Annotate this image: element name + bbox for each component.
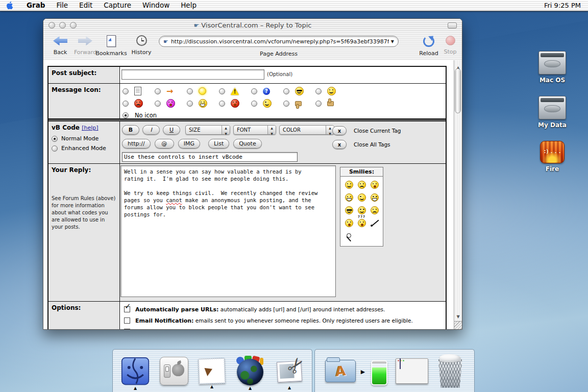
smiley-squint[interactable] xyxy=(358,206,366,214)
message-icon-radio[interactable] xyxy=(283,101,289,107)
message-icon-radio[interactable] xyxy=(187,88,193,94)
browser-window: ☛VisorCentral.com – Reply to Topic Back … xyxy=(43,18,462,330)
parse-urls-checkbox[interactable] xyxy=(124,306,130,312)
smiley-eek[interactable] xyxy=(345,219,353,227)
minimize-button[interactable] xyxy=(59,22,66,29)
stick-figure-icon[interactable] xyxy=(346,233,352,242)
back-button[interactable]: Back xyxy=(48,36,72,56)
quote-button[interactable]: Quote xyxy=(233,139,261,149)
lightbulb-icon xyxy=(199,87,206,95)
dock-trash[interactable] xyxy=(436,355,464,387)
http-button[interactable]: http:// xyxy=(122,139,151,149)
smiley-confused[interactable]: ??? xyxy=(358,219,366,229)
italic-button[interactable]: I xyxy=(142,125,160,135)
dock-grab[interactable] xyxy=(275,357,304,385)
smiley-wink[interactable] xyxy=(358,193,366,202)
smiley-cool[interactable] xyxy=(345,206,353,214)
menu-item-grab[interactable]: Grab xyxy=(21,0,51,11)
message-icon-radio[interactable] xyxy=(251,88,257,94)
menu-item-file[interactable]: File xyxy=(51,0,74,11)
window-resize-grip[interactable] xyxy=(454,321,462,329)
close-button[interactable] xyxy=(48,22,55,29)
post-subject-input[interactable] xyxy=(121,69,264,80)
scrollbar-thumb[interactable] xyxy=(455,68,461,113)
bookmarks-button[interactable]: Bookmarks xyxy=(94,35,128,57)
post-subject-row: Post subject: (Optional) xyxy=(48,67,446,84)
enhanced-mode-radio[interactable] xyxy=(52,145,58,152)
email-notification-checkbox[interactable] xyxy=(124,317,130,324)
smiley-biggrin[interactable] xyxy=(345,193,353,202)
smiley-cry[interactable] xyxy=(358,181,366,189)
message-icon-radio[interactable] xyxy=(155,101,161,107)
reply-textarea[interactable]: Well in a sense you can say how valuable… xyxy=(120,165,336,297)
dock-browser[interactable] xyxy=(235,357,265,385)
list-button[interactable]: List xyxy=(208,139,229,149)
apple-menu-icon[interactable] xyxy=(6,1,14,10)
desktop-icon-fire[interactable]: Fire xyxy=(528,141,577,173)
menu-item-help[interactable]: Help xyxy=(175,0,202,11)
message-icon-radio[interactable] xyxy=(187,101,193,107)
dock-mail[interactable] xyxy=(199,358,225,384)
smiley-yawn[interactable] xyxy=(371,181,379,189)
running-indicator-icon xyxy=(134,382,137,391)
menu-item-edit[interactable]: Edit xyxy=(74,0,98,11)
smiley-frown[interactable] xyxy=(371,206,379,214)
stop-button[interactable]: Stop xyxy=(442,36,459,55)
desktop-icon-my-data[interactable]: My Data xyxy=(528,96,577,129)
system-preferences-icon xyxy=(160,357,188,385)
size-select[interactable]: SIZE xyxy=(185,125,230,135)
vb-code-label: vB Code xyxy=(52,124,80,131)
underline-button[interactable]: U xyxy=(163,125,180,135)
dock-battery-jar[interactable] xyxy=(370,358,387,384)
chevron-down-icon[interactable]: ▼ xyxy=(391,39,394,44)
vertical-scrollbar[interactable] xyxy=(454,60,462,321)
address-bar[interactable]: ☛ http://discussion.visorcentral.com/vcf… xyxy=(159,36,399,47)
message-icon-radio[interactable] xyxy=(155,88,161,94)
history-button[interactable]: History xyxy=(128,35,155,56)
menu-item-capture[interactable]: Capture xyxy=(98,0,137,11)
message-icon-radio[interactable] xyxy=(283,88,289,94)
menu-clock[interactable]: Fri 9:25 PM xyxy=(544,2,588,9)
smiley-laugh[interactable] xyxy=(371,193,379,202)
slash-line-icon[interactable] xyxy=(371,219,378,227)
dock-minimized-window[interactable] xyxy=(396,358,428,384)
help-link[interactable]: [help] xyxy=(82,125,98,131)
color-select-label: COLOR xyxy=(283,127,326,133)
confused-face-icon xyxy=(358,219,366,227)
scroll-down-arrow-icon[interactable] xyxy=(454,310,462,320)
zoom-button[interactable] xyxy=(70,22,77,29)
message-icon-radio[interactable] xyxy=(219,101,225,107)
stop-icon xyxy=(446,36,455,45)
windowshade-button[interactable] xyxy=(448,22,457,29)
desktop-icon-mac-os[interactable]: Mac OS xyxy=(528,51,577,84)
title-bar[interactable]: ☛VisorCentral.com – Reply to Topic xyxy=(43,19,462,32)
close-current-tag-button[interactable]: x xyxy=(332,126,347,135)
message-icon-radio[interactable] xyxy=(315,101,322,107)
applications-folder-icon xyxy=(325,360,356,382)
no-icon-radio[interactable] xyxy=(122,112,129,118)
message-icon-radio[interactable] xyxy=(219,88,225,94)
message-icon-radio[interactable] xyxy=(251,101,257,107)
color-select[interactable]: COLOR xyxy=(279,125,334,135)
post-subject-label: Post subject: xyxy=(48,67,120,83)
at-button[interactable]: @ xyxy=(155,139,174,149)
normal-mode-radio[interactable] xyxy=(52,136,58,142)
url-text[interactable]: http://discussion.visorcentral.com/vcfor… xyxy=(171,38,389,45)
dock-finder[interactable] xyxy=(121,357,150,385)
img-button[interactable]: IMG xyxy=(178,139,200,149)
cut-off-checkbox[interactable] xyxy=(124,329,130,329)
vb-code-status-input[interactable] xyxy=(122,152,298,162)
close-all-tags-button[interactable]: x xyxy=(332,140,347,149)
bold-button[interactable]: B xyxy=(122,125,139,135)
address-caption: Page Address xyxy=(159,51,399,57)
message-icon-radio[interactable] xyxy=(122,101,129,107)
enhanced-mode-label: Enhanced Mode xyxy=(61,145,106,152)
smiley-smile[interactable] xyxy=(345,181,353,189)
menu-item-window[interactable]: Window xyxy=(137,0,175,11)
message-icon-radio[interactable] xyxy=(315,88,322,94)
dock-applications-folder[interactable] xyxy=(325,360,356,382)
dock-system-preferences[interactable] xyxy=(160,357,188,385)
message-icon-radio[interactable] xyxy=(122,88,129,94)
reload-button[interactable]: Reload xyxy=(417,36,440,57)
font-select[interactable]: FONT xyxy=(233,125,276,135)
